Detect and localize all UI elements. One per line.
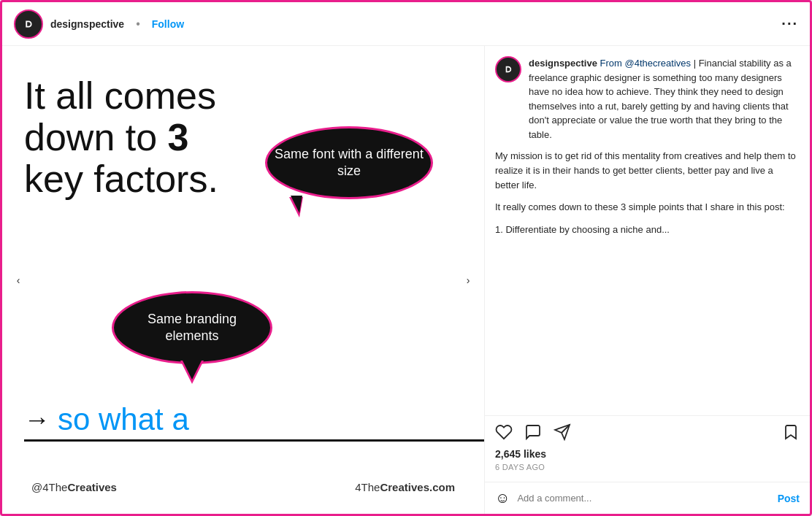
bubble-top-text: Same font with a different size: [265, 126, 433, 199]
add-comment-row: ☺ Post: [485, 482, 810, 514]
main-text-line3: key factors.: [24, 158, 218, 200]
caption-text-area: My mission is to get rid of this mentali…: [485, 149, 810, 415]
emoji-button[interactable]: ☺: [495, 490, 510, 507]
heart-icon: [495, 423, 513, 441]
post-header: designspective • Follow ···: [2, 2, 810, 46]
main-text-line1: It all comes: [24, 74, 216, 117]
caption-para2: My mission is to get rid of this mentali…: [495, 149, 800, 193]
credit-right: 4TheCreatives.com: [355, 481, 455, 493]
caption-para4: 1. Differentiate by choosing a niche and…: [495, 223, 800, 237]
follow-button[interactable]: Follow: [152, 18, 184, 30]
bubble-bottom-text: Same branding elements: [112, 291, 272, 364]
sidebar-caption: designspective From @4thecreatives | Fin…: [529, 56, 800, 142]
prev-slide-button[interactable]: ‹: [8, 270, 28, 290]
comment-icon: [524, 423, 542, 441]
post-comment-button[interactable]: Post: [778, 493, 800, 504]
sidebar-user-row: designspective From @4thecreatives | Fin…: [485, 46, 810, 149]
credit-left: @4TheCreatives: [31, 481, 117, 493]
so-what-row: → so what a: [24, 402, 462, 437]
sidebar-d-logo-icon: [501, 62, 516, 77]
header-username: designspective: [50, 18, 124, 30]
speech-bubble-bottom: Same branding elements: [112, 291, 272, 364]
sidebar-username: designspective: [529, 58, 597, 69]
like-button[interactable]: [495, 423, 513, 444]
main-text-line2: down to: [24, 116, 157, 158]
sidebar-caption-intro: From @4thecreatives | Financial stabilit…: [529, 58, 792, 140]
post-time: 6 DAYS AGO: [495, 463, 800, 471]
post-image-content: It all comes down to 3 key factors. Same…: [2, 46, 484, 514]
share-icon: [554, 423, 571, 441]
arrow-icon: →: [24, 404, 50, 435]
likes-count: 2,645 likes: [495, 448, 800, 460]
bookmark-icon: [782, 423, 800, 441]
so-what-text: so what a: [58, 402, 189, 437]
post-image-area: ‹ › It all comes down to 3 key factors. …: [2, 46, 484, 514]
d-logo-icon: [20, 16, 37, 32]
caption-para3: It really comes down to these 3 simple p…: [495, 200, 800, 215]
main-text-number: 3: [168, 116, 189, 158]
comment-button[interactable]: [524, 423, 542, 444]
post-actions: 2,645 likes 6 DAYS AGO: [485, 415, 810, 482]
post-sidebar: designspective From @4thecreatives | Fin…: [484, 46, 810, 514]
more-options-button[interactable]: ···: [781, 15, 798, 32]
header-user-info: designspective • Follow: [14, 9, 184, 39]
share-button[interactable]: [554, 423, 571, 444]
header-avatar: [14, 9, 43, 39]
save-button[interactable]: [782, 423, 800, 444]
speech-bubble-top: Same font with a different size: [265, 126, 433, 214]
instagram-post-card: designspective • Follow ··· ‹ › It all c…: [0, 0, 812, 516]
comment-input[interactable]: [517, 493, 770, 504]
sidebar-avatar: [495, 56, 521, 82]
horizontal-divider: [24, 439, 484, 442]
next-slide-button[interactable]: ›: [458, 270, 478, 290]
bottom-credits: @4TheCreatives 4TheCreatives.com: [24, 481, 462, 493]
header-dot: •: [136, 18, 140, 31]
action-icons-row: [495, 423, 800, 444]
card-body: ‹ › It all comes down to 3 key factors. …: [2, 46, 810, 514]
